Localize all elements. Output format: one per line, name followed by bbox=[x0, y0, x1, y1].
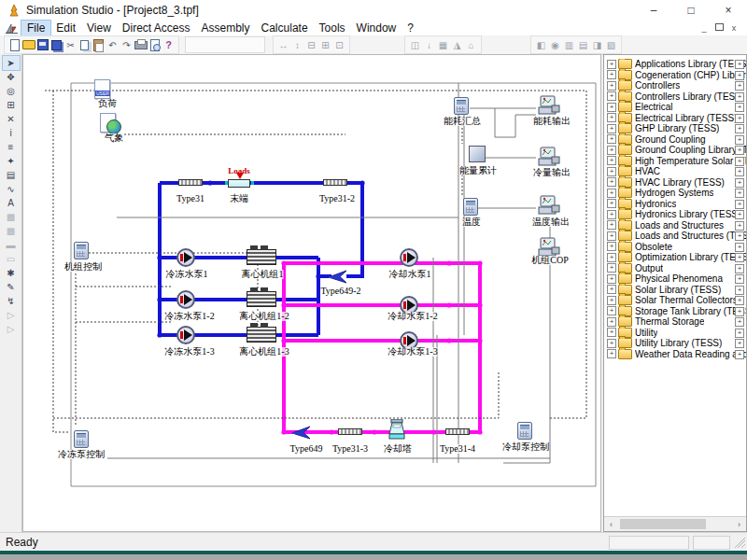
resize-grip[interactable] bbox=[734, 537, 745, 548]
align-left-icon[interactable]: ◧ bbox=[534, 40, 548, 50]
node-cw-pump-1[interactable] bbox=[400, 248, 418, 267]
sort-down-icon[interactable]: ↓ bbox=[422, 40, 436, 50]
node-valve-type649[interactable] bbox=[291, 425, 312, 444]
expand-icon[interactable]: + bbox=[607, 134, 616, 144]
mdi-minimize-button[interactable]: _ bbox=[697, 23, 712, 33]
info-tool[interactable]: i bbox=[3, 126, 20, 140]
list-tool[interactable]: ≡ bbox=[3, 140, 20, 154]
node-chiller-2[interactable] bbox=[247, 291, 276, 307]
center-icon[interactable]: ◉ bbox=[548, 40, 562, 50]
expand-icon[interactable]: + bbox=[607, 253, 616, 262]
expand-icon-right[interactable]: + bbox=[735, 178, 744, 188]
scroll-right-arrow[interactable]: › bbox=[732, 517, 746, 531]
expand-icon[interactable]: + bbox=[607, 317, 616, 327]
expand-icon-right[interactable]: + bbox=[735, 60, 744, 69]
expand-icon-right[interactable]: + bbox=[735, 135, 744, 145]
expand-icon-right[interactable]: + bbox=[735, 307, 744, 316]
menu-assembly[interactable]: Assembly bbox=[196, 21, 256, 35]
expand-icon[interactable]: + bbox=[607, 177, 616, 187]
expand-icon[interactable]: + bbox=[607, 167, 616, 176]
minimize-button[interactable]: – bbox=[635, 0, 672, 21]
expand-icon-right[interactable]: + bbox=[735, 329, 744, 338]
node-pipe-type31-2[interactable] bbox=[323, 179, 347, 186]
expand-icon[interactable]: + bbox=[607, 189, 616, 198]
expand-icon[interactable]: + bbox=[607, 339, 616, 348]
expand-icon-right[interactable]: + bbox=[735, 274, 744, 284]
mdi-close-button[interactable]: x bbox=[726, 23, 741, 33]
expand-icon[interactable]: + bbox=[607, 156, 616, 165]
menu-file[interactable]: File bbox=[21, 21, 50, 35]
select-tool[interactable]: ➤ bbox=[3, 56, 20, 70]
node-pipe-type31-3[interactable] bbox=[338, 428, 362, 435]
menu--[interactable]: ? bbox=[402, 21, 419, 35]
expand-icon[interactable]: + bbox=[607, 103, 616, 112]
expand-icon-right[interactable]: + bbox=[735, 350, 744, 359]
expand-icon-right[interactable]: + bbox=[735, 103, 744, 112]
node-cooling-tower[interactable] bbox=[388, 419, 406, 443]
expand-icon-right[interactable]: + bbox=[735, 146, 744, 155]
help-icon[interactable]: ? bbox=[162, 39, 176, 50]
expand-icon-right[interactable]: + bbox=[735, 253, 744, 262]
scroll-left-arrow[interactable]: ‹ bbox=[604, 517, 618, 531]
expand-icon[interactable]: + bbox=[607, 81, 616, 91]
expand-icon[interactable]: + bbox=[607, 231, 616, 241]
fit-height-icon[interactable]: ↕ bbox=[290, 40, 304, 50]
partition-tool[interactable]: ⊞ bbox=[3, 98, 20, 112]
expand-icon-right[interactable]: + bbox=[735, 71, 744, 80]
expand-icon[interactable]: + bbox=[607, 124, 616, 133]
expand-icon[interactable]: + bbox=[607, 328, 616, 337]
maximize-button[interactable]: □ bbox=[672, 0, 710, 21]
print-icon[interactable] bbox=[134, 39, 148, 51]
expand-icon[interactable]: + bbox=[607, 113, 616, 122]
zoom-out-icon[interactable]: ⊟ bbox=[304, 40, 318, 50]
project-canvas[interactable]: 负荷气象Type31末端LoadsType31-2Type649-2机组控制冷冻… bbox=[22, 54, 601, 532]
columns-icon[interactable]: ▤ bbox=[576, 40, 590, 50]
expand-icon-right[interactable]: + bbox=[735, 221, 744, 231]
menu-view[interactable]: View bbox=[81, 21, 117, 35]
expand-icon[interactable]: + bbox=[607, 91, 616, 101]
node-pipe-type31[interactable] bbox=[178, 179, 203, 186]
node-pipe-type31-4[interactable] bbox=[445, 428, 470, 435]
pattern-icon[interactable]: ▧ bbox=[604, 40, 618, 50]
expand-icon-right[interactable]: + bbox=[735, 81, 744, 91]
run-tool[interactable]: ↯ bbox=[3, 294, 20, 308]
peak-icon[interactable]: ◮ bbox=[450, 40, 464, 50]
copy-icon[interactable] bbox=[78, 39, 92, 51]
node-unit-control[interactable] bbox=[74, 242, 89, 259]
expand-icon[interactable]: + bbox=[607, 210, 616, 219]
redo-icon[interactable]: ↷ bbox=[120, 40, 134, 50]
menu-tools[interactable]: Tools bbox=[314, 21, 351, 35]
text-tool[interactable]: A bbox=[3, 196, 20, 210]
expand-icon[interactable]: + bbox=[607, 199, 616, 208]
node-energy-sum[interactable] bbox=[454, 97, 469, 115]
zoom-tool[interactable]: ◎ bbox=[3, 84, 20, 98]
expand-icon-right[interactable]: + bbox=[735, 296, 744, 305]
expand-icon-right[interactable]: + bbox=[735, 243, 744, 252]
tree-horizontal-scrollbar[interactable]: ‹ › bbox=[604, 516, 746, 531]
print-preview-icon[interactable] bbox=[148, 39, 162, 51]
expand-icon[interactable]: + bbox=[607, 146, 616, 155]
expand-icon[interactable]: + bbox=[607, 220, 616, 230]
expand-icon[interactable]: + bbox=[607, 285, 616, 294]
paste-icon[interactable] bbox=[92, 39, 106, 51]
node-chw-pump-control[interactable] bbox=[74, 430, 89, 448]
expand-icon[interactable]: + bbox=[607, 296, 616, 305]
home-icon[interactable]: ⌂ bbox=[464, 40, 478, 50]
node-chw-pump-3[interactable] bbox=[176, 326, 195, 344]
zoom-in-icon[interactable]: ⊞ bbox=[318, 40, 332, 50]
undo-icon[interactable]: ↶ bbox=[106, 40, 120, 50]
link-tool[interactable]: ∿ bbox=[3, 182, 20, 196]
expand-icon[interactable]: + bbox=[607, 274, 616, 284]
key-tool[interactable]: ✦ bbox=[3, 154, 20, 168]
expand-icon[interactable]: + bbox=[607, 306, 616, 315]
expand-icon-right[interactable]: + bbox=[735, 124, 744, 133]
node-load-profile[interactable] bbox=[94, 79, 110, 99]
expand-icon[interactable]: + bbox=[607, 263, 616, 273]
node-weather[interactable] bbox=[100, 113, 116, 133]
expand-icon-right[interactable]: + bbox=[735, 210, 744, 219]
mdi-restore-button[interactable] bbox=[712, 23, 726, 33]
expand-icon[interactable]: + bbox=[607, 60, 616, 69]
save-icon[interactable] bbox=[35, 39, 49, 51]
node-terminal[interactable] bbox=[228, 179, 250, 188]
scroll-thumb[interactable] bbox=[620, 519, 706, 529]
